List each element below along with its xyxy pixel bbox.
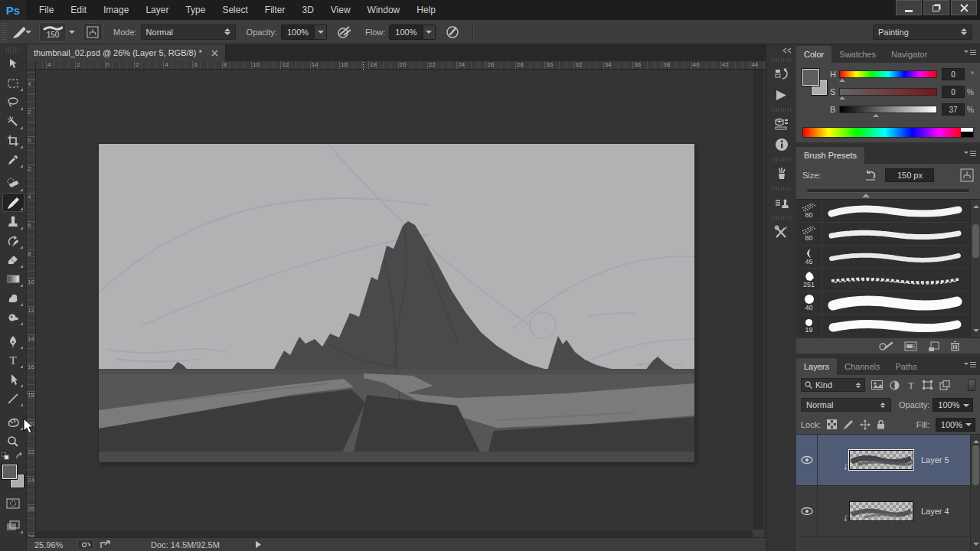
tab-navigator[interactable]: Navigator	[884, 46, 935, 63]
tab-color[interactable]: Color	[796, 46, 831, 63]
menu-filter[interactable]: Filter	[256, 1, 294, 19]
history-brush-tool[interactable]	[2, 231, 24, 250]
expand-panels-button[interactable]	[766, 44, 796, 55]
canvas[interactable]	[99, 144, 694, 462]
eraser-tool[interactable]	[2, 250, 24, 269]
brush-tool[interactable]	[2, 193, 24, 212]
layer-row-layer4[interactable]: ⤵ Layer 4	[796, 486, 980, 537]
layer-filter-toggle[interactable]	[968, 379, 975, 391]
saturation-slider-thumb[interactable]	[839, 93, 845, 99]
scroll-up-arrow[interactable]	[973, 202, 979, 208]
smudge-tool[interactable]	[2, 289, 24, 308]
path-selection-tool[interactable]	[2, 370, 24, 389]
type-tool[interactable]: T	[2, 350, 24, 370]
white-black-wells[interactable]	[961, 128, 973, 137]
layer-name[interactable]: Layer 4	[921, 507, 949, 516]
brightness-slider-thumb[interactable]	[873, 111, 879, 117]
tab-close-icon[interactable]	[211, 50, 218, 57]
layer-opacity-field[interactable]: 100%	[933, 398, 972, 412]
dodge-tool[interactable]	[2, 308, 24, 327]
panel-menu-icon[interactable]	[964, 49, 976, 58]
swap-colors-icon[interactable]	[15, 452, 24, 460]
opacity-control[interactable]: 100%	[281, 24, 327, 40]
marquee-tool[interactable]	[2, 73, 24, 93]
brush-size-field[interactable]: 150 px	[885, 168, 934, 182]
menu-help[interactable]: Help	[408, 1, 444, 19]
foreground-color-swatch[interactable]	[802, 69, 819, 86]
brush-size-preview[interactable]: 150	[39, 22, 75, 42]
brush-preset-item[interactable]: 80	[796, 223, 980, 246]
open-preset-manager-icon[interactable]	[878, 341, 893, 351]
toggle-brush-panel-button[interactable]	[83, 23, 103, 41]
document-viewport[interactable]	[36, 70, 766, 537]
default-colors-icon[interactable]	[2, 452, 9, 460]
filter-kind-select[interactable]: Kind	[801, 378, 865, 392]
eye-icon[interactable]	[801, 456, 813, 464]
tab-paths[interactable]: Paths	[888, 358, 925, 375]
brush-size-slider[interactable]	[807, 187, 969, 196]
healing-brush-tool[interactable]	[2, 174, 24, 193]
layer-list-scrollbar[interactable]	[970, 435, 980, 551]
lock-position-icon[interactable]	[860, 419, 871, 430]
lock-all-icon[interactable]	[877, 419, 885, 429]
zoom-tool[interactable]	[2, 432, 24, 451]
menu-layer[interactable]: Layer	[137, 1, 177, 19]
scrollbar-thumb[interactable]	[972, 224, 979, 258]
quick-mask-button[interactable]	[2, 494, 24, 513]
screen-mode-button[interactable]	[2, 516, 24, 535]
scroll-up-arrow[interactable]	[973, 437, 979, 443]
brush-preset-item[interactable]: 19	[796, 315, 980, 337]
zoom-level-field[interactable]: 25.96%	[34, 540, 74, 549]
mini-bridge-button[interactable]	[77, 540, 94, 550]
status-more-button[interactable]	[255, 538, 262, 551]
menu-edit[interactable]: Edit	[62, 1, 95, 19]
scroll-down-arrow[interactable]	[973, 543, 979, 549]
color-spectrum-ramp[interactable]	[802, 127, 974, 138]
document-vertical-scrollbar[interactable]	[753, 70, 763, 537]
filter-shape-layers-icon[interactable]	[923, 380, 933, 390]
opacity-dropdown-button[interactable]	[315, 24, 327, 40]
layer-fill-field[interactable]: 100%	[936, 418, 975, 432]
actions-panel-button[interactable]	[769, 85, 794, 105]
brush-settings-icon[interactable]	[904, 341, 917, 351]
info-panel-button[interactable]	[769, 135, 794, 155]
filter-type-layers-icon[interactable]: T	[906, 380, 916, 390]
filter-adjustment-layers-icon[interactable]	[890, 380, 900, 390]
brightness-slider[interactable]	[839, 106, 937, 113]
workspace-select[interactable]: Painting	[873, 24, 972, 40]
flow-control[interactable]: 100%	[389, 24, 435, 40]
rotate-view-tool[interactable]	[2, 412, 24, 432]
pen-tool[interactable]	[2, 331, 24, 350]
menu-3d[interactable]: 3D	[293, 1, 322, 19]
hue-value-field[interactable]: 0	[942, 68, 965, 80]
brush-preset-item[interactable]: 80	[796, 200, 980, 223]
tab-layers[interactable]: Layers	[796, 358, 837, 375]
eye-icon[interactable]	[801, 507, 813, 515]
layer-thumbnail[interactable]	[849, 501, 913, 521]
scrollbar-thumb[interactable]	[972, 445, 979, 485]
airbrush-toggle-button[interactable]	[443, 23, 463, 41]
hue-slider[interactable]	[839, 70, 937, 78]
layer-row-layer5[interactable]: ⤵ Layer 5	[796, 435, 980, 486]
eyedropper-tool[interactable]	[2, 150, 24, 169]
ruler-origin-corner[interactable]	[27, 61, 36, 70]
panel-menu-icon[interactable]	[964, 361, 976, 370]
menu-image[interactable]: Image	[95, 1, 137, 19]
clone-stamp-tool[interactable]	[2, 212, 24, 231]
restore-button[interactable]	[923, 0, 949, 15]
move-tool[interactable]	[2, 54, 24, 73]
lock-pixels-brush-icon[interactable]	[843, 419, 854, 429]
document-tab[interactable]: thumbnail_02.psd @ 26% (Layer 5, RGB/8) …	[27, 44, 226, 61]
menu-window[interactable]: Window	[359, 1, 409, 19]
menu-type[interactable]: Type	[177, 1, 214, 19]
hue-slider-thumb[interactable]	[839, 76, 845, 82]
filter-smart-objects-icon[interactable]	[939, 380, 950, 390]
saturation-slider[interactable]	[839, 88, 937, 96]
mode-select[interactable]: Normal	[141, 24, 236, 40]
brush-tool-preset-button[interactable]	[11, 23, 31, 41]
blend-mode-select[interactable]: Normal	[801, 398, 891, 412]
line-shape-tool[interactable]	[2, 389, 24, 408]
brush-panel-button[interactable]	[769, 164, 794, 184]
layer-name[interactable]: Layer 5	[921, 455, 949, 465]
trash-icon[interactable]	[950, 341, 960, 351]
